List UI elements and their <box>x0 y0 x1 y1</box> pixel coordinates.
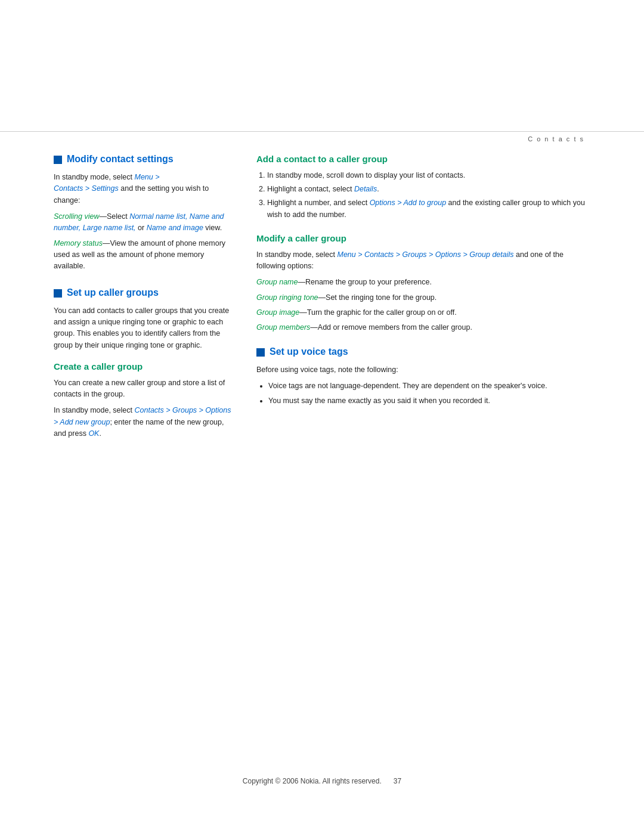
setup-caller-heading-block: Set up caller groups <box>54 287 233 299</box>
scrolling-view-label: Scrolling view <box>54 212 99 221</box>
scrolling-view-text: —Select <box>99 212 129 221</box>
page-header: C o n t a c t s <box>0 131 644 143</box>
step2-prefix: Highlight a contact, select <box>267 185 354 193</box>
setup-caller-groups-section: Set up caller groups You can add contact… <box>54 287 233 440</box>
modify-caller-menu-link: Menu > <box>338 250 363 259</box>
modify-contacts-settings-link: Contacts > Settings <box>54 184 119 193</box>
blue-square-icon <box>54 156 62 164</box>
group-ringing-label: Group ringing tone <box>256 293 318 302</box>
group-members-label: Group members <box>256 323 310 332</box>
group-image-text: —Turn the graphic for the caller group o… <box>299 308 456 317</box>
group-ringing-para: Group ringing tone—Set the ringing tone … <box>256 292 590 304</box>
voice-tags-bullet-list: Voice tags are not language-dependent. T… <box>256 380 590 407</box>
group-members-para: Group members—Add or remove members from… <box>256 322 590 333</box>
group-members-text: —Add or remove members from the caller g… <box>310 323 472 332</box>
blue-square-icon-2 <box>54 289 62 298</box>
add-contact-step2: Highlight a contact, select Details. <box>267 184 590 195</box>
create-body2-prefix: In standby mode, select <box>54 406 135 414</box>
setup-caller-heading: Set up caller groups <box>67 287 159 299</box>
modify-body1-text: In standby mode, select <box>54 173 135 181</box>
voice-tags-bullet1: Voice tags are not language-dependent. T… <box>268 380 590 392</box>
create-final: . <box>99 429 101 438</box>
set-up-voice-tags-section: Set up voice tags Before using voice tag… <box>256 346 590 407</box>
bullet2-text: You must say the name exactly as you sai… <box>268 397 490 405</box>
create-caller-body2: In standby mode, select Contacts > Group… <box>54 405 233 439</box>
voice-tags-heading: Set up voice tags <box>270 346 348 358</box>
footer-page-number: 37 <box>394 777 401 785</box>
group-name-label: Group name <box>256 278 298 286</box>
scrolling-or: or <box>136 224 147 232</box>
add-contact-heading: Add a contact to a caller group <box>256 153 590 165</box>
scrolling-final: view. <box>203 224 222 232</box>
add-contact-section: Add a contact to a caller group In stand… <box>256 153 590 221</box>
modify-caller-contacts-link: Contacts > Groups > Options > Group deta… <box>364 250 513 259</box>
voice-tags-bullet2: You must say the name exactly as you sai… <box>268 395 590 407</box>
step3-prefix: Highlight a number, and select <box>267 199 370 207</box>
create-ok-link: OK <box>88 429 99 438</box>
voice-tags-heading-block: Set up voice tags <box>256 346 590 358</box>
create-contacts-link: Contacts > <box>135 406 171 414</box>
page-footer: Copyright © 2006 Nokia. All rights reser… <box>0 777 644 785</box>
group-name-text: —Rename the group to your preference. <box>298 278 431 286</box>
memory-status-label: Memory status <box>54 239 103 247</box>
modify-contact-settings-section: Modify contact settings In standby mode,… <box>54 153 233 272</box>
step2-suffix: . <box>377 185 379 193</box>
right-column: Add a contact to a caller group In stand… <box>256 153 590 444</box>
left-column: Modify contact settings In standby mode,… <box>54 153 233 444</box>
memory-status-para: Memory status—View the amount of phone m… <box>54 238 233 272</box>
add-contact-steps: In standby mode, scroll down to display … <box>256 170 590 221</box>
modify-contact-heading: Modify contact settings <box>67 153 174 166</box>
group-image-para: Group image—Turn the graphic for the cal… <box>256 307 590 318</box>
step1-text: In standby mode, scroll down to display … <box>267 171 465 179</box>
modify-contact-heading-block: Modify contact settings <box>54 153 233 166</box>
add-contact-step1: In standby mode, scroll down to display … <box>267 170 590 181</box>
modify-caller-body: In standby mode, select Menu > Contacts … <box>256 249 590 272</box>
page-container: C o n t a c t s Modify contact settings … <box>0 0 644 833</box>
modify-menu-link: Menu > <box>135 173 160 181</box>
modify-caller-group-section: Modify a caller group In standby mode, s… <box>256 233 590 334</box>
scrolling-view-para: Scrolling view—Select Normal name list, … <box>54 211 233 234</box>
group-ringing-text: —Set the ringing tone for the group. <box>318 293 437 302</box>
step2-details-link: Details <box>354 185 377 193</box>
create-caller-body1: You can create a new caller group and st… <box>54 377 233 401</box>
group-image-label: Group image <box>256 308 299 317</box>
bullet1-text: Voice tags are not language-dependent. T… <box>268 382 547 390</box>
voice-tags-intro: Before using voice tags, note the follow… <box>256 364 590 376</box>
top-spacer <box>0 0 644 131</box>
create-caller-group-heading: Create a caller group <box>54 361 233 373</box>
add-contact-step3: Highlight a number, and select Options >… <box>267 197 590 221</box>
main-content: Modify contact settings In standby mode,… <box>0 153 644 444</box>
group-name-para: Group name—Rename the group to your pref… <box>256 277 590 288</box>
footer-copyright: Copyright © 2006 Nokia. All rights reser… <box>243 777 382 785</box>
modify-contact-body1: In standby mode, select Menu > Contacts … <box>54 172 233 206</box>
step3-options-link: Options > Add to group <box>370 199 446 207</box>
name-image-link: Name and image <box>147 224 203 232</box>
blue-square-icon-3 <box>256 348 265 357</box>
modify-caller-prefix: In standby mode, select <box>256 250 338 259</box>
setup-caller-body: You can add contacts to caller groups th… <box>54 305 233 352</box>
page-header-text: C o n t a c t s <box>528 135 584 143</box>
modify-caller-group-heading: Modify a caller group <box>256 233 590 244</box>
